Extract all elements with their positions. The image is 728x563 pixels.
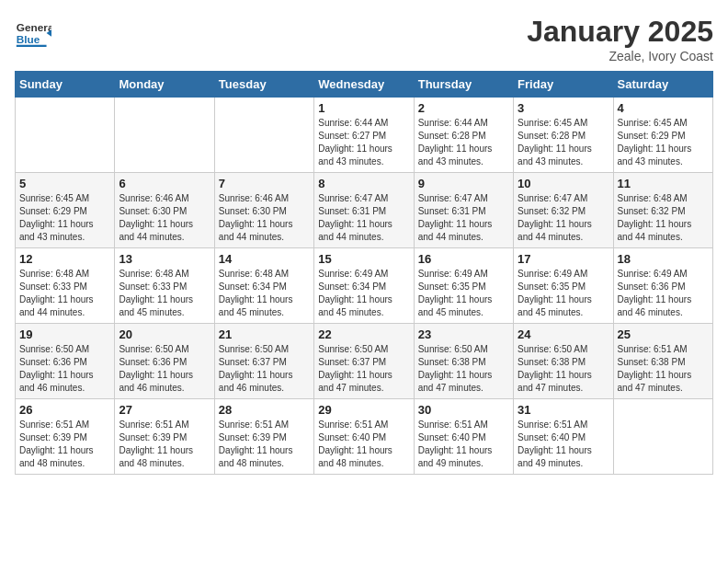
day-number: 1 (318, 101, 409, 115)
title-area: January 2025 Zeale, Ivory Coast (527, 15, 713, 63)
day-info: Sunrise: 6:51 AM Sunset: 6:39 PM Dayligh… (119, 419, 210, 470)
day-cell: 31Sunrise: 6:51 AM Sunset: 6:40 PM Dayli… (514, 399, 613, 475)
day-number: 24 (518, 327, 609, 341)
day-info: Sunrise: 6:46 AM Sunset: 6:30 PM Dayligh… (219, 192, 310, 244)
day-number: 7 (219, 177, 310, 190)
day-cell (214, 98, 313, 173)
day-number: 18 (618, 252, 709, 266)
weekday-cell: Wednesday (314, 72, 414, 98)
week-row: 1Sunrise: 6:44 AM Sunset: 6:27 PM Daylig… (16, 98, 713, 173)
day-number: 10 (518, 177, 609, 190)
day-cell: 18Sunrise: 6:49 AM Sunset: 6:36 PM Dayli… (613, 248, 712, 324)
weekday-cell: Thursday (414, 72, 513, 98)
day-cell: 24Sunrise: 6:50 AM Sunset: 6:38 PM Dayli… (514, 324, 613, 399)
day-info: Sunrise: 6:50 AM Sunset: 6:38 PM Dayligh… (518, 343, 609, 395)
day-cell: 19Sunrise: 6:50 AM Sunset: 6:36 PM Dayli… (16, 324, 115, 399)
day-number: 27 (119, 403, 210, 417)
day-cell: 8Sunrise: 6:47 AM Sunset: 6:31 PM Daylig… (314, 173, 414, 248)
day-cell: 6Sunrise: 6:46 AM Sunset: 6:30 PM Daylig… (115, 173, 214, 248)
weekday-header: SundayMondayTuesdayWednesdayThursdayFrid… (16, 72, 713, 98)
day-info: Sunrise: 6:51 AM Sunset: 6:40 PM Dayligh… (418, 419, 509, 470)
weekday-cell: Friday (514, 72, 613, 98)
day-info: Sunrise: 6:49 AM Sunset: 6:36 PM Dayligh… (618, 268, 709, 319)
day-cell: 16Sunrise: 6:49 AM Sunset: 6:35 PM Dayli… (414, 248, 513, 324)
day-number: 22 (318, 327, 409, 341)
day-number: 29 (318, 403, 409, 417)
day-info: Sunrise: 6:49 AM Sunset: 6:35 PM Dayligh… (518, 268, 609, 319)
day-number: 15 (318, 252, 409, 266)
day-cell: 22Sunrise: 6:50 AM Sunset: 6:37 PM Dayli… (314, 324, 414, 399)
day-info: Sunrise: 6:50 AM Sunset: 6:37 PM Dayligh… (219, 343, 310, 395)
day-number: 3 (518, 101, 609, 115)
day-cell: 23Sunrise: 6:50 AM Sunset: 6:38 PM Dayli… (414, 324, 513, 399)
logo: General Blue (15, 15, 55, 55)
day-number: 11 (618, 177, 709, 190)
day-cell (16, 98, 115, 173)
day-cell: 26Sunrise: 6:51 AM Sunset: 6:39 PM Dayli… (16, 399, 115, 475)
day-cell: 9Sunrise: 6:47 AM Sunset: 6:31 PM Daylig… (414, 173, 513, 248)
day-number: 13 (119, 252, 210, 266)
day-info: Sunrise: 6:44 AM Sunset: 6:28 PM Dayligh… (418, 117, 509, 168)
day-cell: 13Sunrise: 6:48 AM Sunset: 6:33 PM Dayli… (115, 248, 214, 324)
weekday-cell: Tuesday (214, 72, 313, 98)
day-number: 19 (19, 327, 110, 341)
day-cell: 3Sunrise: 6:45 AM Sunset: 6:28 PM Daylig… (514, 98, 613, 173)
day-cell: 14Sunrise: 6:48 AM Sunset: 6:34 PM Dayli… (214, 248, 313, 324)
day-info: Sunrise: 6:48 AM Sunset: 6:32 PM Dayligh… (618, 192, 709, 244)
day-info: Sunrise: 6:44 AM Sunset: 6:27 PM Dayligh… (318, 117, 409, 168)
weekday-cell: Saturday (613, 72, 712, 98)
day-cell: 21Sunrise: 6:50 AM Sunset: 6:37 PM Dayli… (214, 324, 313, 399)
day-number: 5 (19, 177, 110, 190)
day-info: Sunrise: 6:50 AM Sunset: 6:36 PM Dayligh… (119, 343, 210, 395)
week-row: 12Sunrise: 6:48 AM Sunset: 6:33 PM Dayli… (16, 248, 713, 324)
day-number: 16 (418, 252, 509, 266)
day-number: 30 (418, 403, 509, 417)
svg-text:Blue: Blue (17, 33, 40, 46)
day-cell: 15Sunrise: 6:49 AM Sunset: 6:34 PM Dayli… (314, 248, 414, 324)
day-number: 8 (318, 177, 409, 190)
day-number: 23 (418, 327, 509, 341)
day-cell: 27Sunrise: 6:51 AM Sunset: 6:39 PM Dayli… (115, 399, 214, 475)
day-info: Sunrise: 6:47 AM Sunset: 6:31 PM Dayligh… (418, 192, 509, 244)
day-info: Sunrise: 6:47 AM Sunset: 6:31 PM Dayligh… (318, 192, 409, 244)
day-info: Sunrise: 6:51 AM Sunset: 6:40 PM Dayligh… (318, 419, 409, 470)
day-cell: 7Sunrise: 6:46 AM Sunset: 6:30 PM Daylig… (214, 173, 313, 248)
day-info: Sunrise: 6:48 AM Sunset: 6:33 PM Dayligh… (19, 268, 110, 319)
day-cell (613, 399, 712, 475)
day-number: 21 (219, 327, 310, 341)
day-info: Sunrise: 6:47 AM Sunset: 6:32 PM Dayligh… (518, 192, 609, 244)
calendar: SundayMondayTuesdayWednesdayThursdayFrid… (15, 71, 713, 475)
header: General Blue January 2025 Zeale, Ivory C… (15, 15, 713, 63)
day-cell: 17Sunrise: 6:49 AM Sunset: 6:35 PM Dayli… (514, 248, 613, 324)
day-number: 4 (618, 101, 709, 115)
day-info: Sunrise: 6:48 AM Sunset: 6:33 PM Dayligh… (119, 268, 210, 319)
day-info: Sunrise: 6:50 AM Sunset: 6:36 PM Dayligh… (19, 343, 110, 395)
day-cell: 11Sunrise: 6:48 AM Sunset: 6:32 PM Dayli… (613, 173, 712, 248)
day-cell: 28Sunrise: 6:51 AM Sunset: 6:39 PM Dayli… (214, 399, 313, 475)
week-row: 5Sunrise: 6:45 AM Sunset: 6:29 PM Daylig… (16, 173, 713, 248)
day-info: Sunrise: 6:45 AM Sunset: 6:29 PM Dayligh… (19, 192, 110, 244)
day-cell: 1Sunrise: 6:44 AM Sunset: 6:27 PM Daylig… (314, 98, 414, 173)
day-number: 2 (418, 101, 509, 115)
day-cell: 2Sunrise: 6:44 AM Sunset: 6:28 PM Daylig… (414, 98, 513, 173)
day-info: Sunrise: 6:51 AM Sunset: 6:39 PM Dayligh… (219, 419, 310, 470)
day-info: Sunrise: 6:46 AM Sunset: 6:30 PM Dayligh… (119, 192, 210, 244)
day-cell: 5Sunrise: 6:45 AM Sunset: 6:29 PM Daylig… (16, 173, 115, 248)
logo-icon: General Blue (15, 15, 51, 55)
day-info: Sunrise: 6:50 AM Sunset: 6:37 PM Dayligh… (318, 343, 409, 395)
month-title: January 2025 (527, 15, 713, 49)
day-number: 25 (618, 327, 709, 341)
day-cell: 25Sunrise: 6:51 AM Sunset: 6:38 PM Dayli… (613, 324, 712, 399)
day-cell: 20Sunrise: 6:50 AM Sunset: 6:36 PM Dayli… (115, 324, 214, 399)
day-info: Sunrise: 6:50 AM Sunset: 6:38 PM Dayligh… (418, 343, 509, 395)
day-number: 28 (219, 403, 310, 417)
day-number: 31 (518, 403, 609, 417)
day-info: Sunrise: 6:45 AM Sunset: 6:29 PM Dayligh… (618, 117, 709, 168)
day-info: Sunrise: 6:48 AM Sunset: 6:34 PM Dayligh… (219, 268, 310, 319)
day-number: 9 (418, 177, 509, 190)
day-info: Sunrise: 6:51 AM Sunset: 6:39 PM Dayligh… (19, 419, 110, 470)
day-info: Sunrise: 6:51 AM Sunset: 6:40 PM Dayligh… (518, 419, 609, 470)
day-cell (115, 98, 214, 173)
day-number: 14 (219, 252, 310, 266)
day-cell: 10Sunrise: 6:47 AM Sunset: 6:32 PM Dayli… (514, 173, 613, 248)
